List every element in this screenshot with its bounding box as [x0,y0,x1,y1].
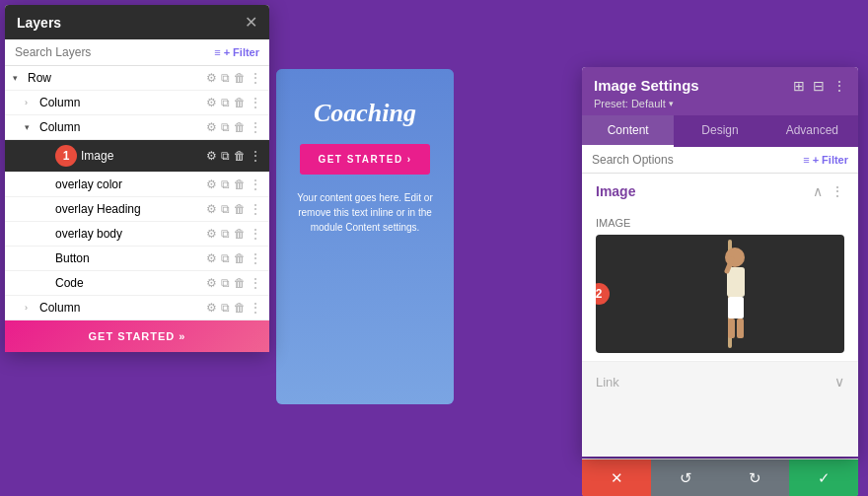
copy-icon[interactable]: ⧉ [221,96,230,109]
filter-icon: ≡ [803,154,809,166]
settings-search-bar: ≡ + Filter [582,147,858,174]
image-section-header[interactable]: Image ∧ ⋮ [582,174,858,209]
gear-icon[interactable]: ⚙ [206,71,217,85]
settings-section-link[interactable]: Link ∨ [582,362,858,401]
gear-icon[interactable]: ⚙ [206,96,217,109]
trash-icon[interactable]: 🗑 [234,202,246,216]
layers-panel: Layers ✕ ≡ + Filter ▾ Row ⚙ ⧉ 🗑 ⋮ › Colu… [5,5,269,352]
tab-design[interactable]: Design [674,115,765,147]
copy-icon[interactable]: ⧉ [221,71,230,85]
layers-search-bar: ≡ + Filter [5,39,269,66]
image-section-title: Image [596,183,635,199]
preset-arrow-icon: ▾ [669,99,674,108]
gear-icon[interactable]: ⚙ [206,202,217,216]
dots-icon[interactable]: ⋮ [250,177,261,191]
preview-title: Coaching [314,99,416,128]
layer-badge-1: 1 [55,145,77,167]
svg-rect-6 [737,319,744,338]
copy-icon[interactable]: ⧉ [221,177,230,191]
redo-button[interactable]: ↻ [720,460,789,497]
dots-icon[interactable]: ⋮ [831,183,844,199]
preview-content: Coaching GET STARTED › Your content goes… [291,89,439,235]
preset-row[interactable]: Preset: Default ▾ [594,98,846,109]
layer-row-actions: ⚙ ⧉ 🗑 ⋮ [206,71,261,85]
copy-icon[interactable]: ⧉ [221,120,230,134]
dots-icon[interactable]: ⋮ [250,276,261,290]
get-started-bar[interactable]: GET STARTED » [5,320,269,352]
settings-filter-button[interactable]: ≡ + Filter [803,154,848,166]
dots-icon[interactable]: ⋮ [250,149,261,163]
dots-icon[interactable]: ⋮ [250,96,261,109]
tab-content[interactable]: Content [582,115,674,147]
layer-overlay-body-actions: ⚙ ⧉ 🗑 ⋮ [206,227,261,241]
layer-item-code[interactable]: Code ⚙ ⧉ 🗑 ⋮ [5,271,269,296]
copy-icon[interactable]: ⧉ [221,251,230,265]
trash-icon[interactable]: 🗑 [234,227,246,241]
restore-icon[interactable]: ⊞ [793,78,805,94]
filter-icon: ≡ [214,46,220,58]
trash-icon[interactable]: 🗑 [234,71,246,85]
preview-get-started-button[interactable]: GET STARTED › [300,144,429,175]
image-field: Image 2 [582,209,858,361]
trash-icon[interactable]: 🗑 [234,96,246,109]
trash-icon[interactable]: 🗑 [234,301,246,315]
dots-icon[interactable]: ⋮ [250,71,261,85]
copy-icon[interactable]: ⧉ [221,202,230,216]
layer-item-overlay-heading[interactable]: overlay Heading ⚙ ⧉ 🗑 ⋮ [5,197,269,222]
layer-item-column2[interactable]: ▾ Column ⚙ ⧉ 🗑 ⋮ [5,115,269,140]
dots-icon[interactable]: ⋮ [250,202,261,216]
dots-icon[interactable]: ⋮ [250,251,261,265]
layer-column3-actions: ⚙ ⧉ 🗑 ⋮ [206,301,261,315]
layers-search-input[interactable] [15,45,208,59]
settings-search-input[interactable] [592,153,797,167]
settings-header: Image Settings ⊞ ⊟ ⋮ Preset: Default ▾ [582,67,858,115]
layer-item-row[interactable]: ▾ Row ⚙ ⧉ 🗑 ⋮ [5,66,269,91]
copy-icon[interactable]: ⧉ [221,149,230,163]
tab-advanced[interactable]: Advanced [766,115,858,147]
layers-title: Layers [17,15,61,31]
layer-code-actions: ⚙ ⧉ 🗑 ⋮ [206,276,261,290]
undo-button[interactable]: ↺ [651,460,720,497]
trash-icon[interactable]: 🗑 [234,276,246,290]
gear-icon[interactable]: ⚙ [206,227,217,241]
trash-icon[interactable]: 🗑 [234,149,246,163]
settings-panel: Image Settings ⊞ ⊟ ⋮ Preset: Default ▾ C… [582,67,858,457]
layers-list: ▾ Row ⚙ ⧉ 🗑 ⋮ › Column ⚙ ⧉ 🗑 ⋮ ▾ Column [5,66,269,320]
layer-button-actions: ⚙ ⧉ 🗑 ⋮ [206,251,261,265]
cancel-button[interactable]: ✕ [582,460,651,497]
save-button[interactable]: ✓ [789,460,858,497]
dots-icon[interactable]: ⋮ [250,227,261,241]
copy-icon[interactable]: ⧉ [221,227,230,241]
layer-item-column1[interactable]: › Column ⚙ ⧉ 🗑 ⋮ [5,91,269,115]
copy-icon[interactable]: ⧉ [221,276,230,290]
svg-rect-5 [728,319,735,338]
layers-filter-button[interactable]: ≡ + Filter [214,46,259,58]
gear-icon[interactable]: ⚙ [206,177,217,191]
gear-icon[interactable]: ⚙ [206,120,217,134]
layer-overlay-heading-actions: ⚙ ⧉ 🗑 ⋮ [206,202,261,216]
dots-icon[interactable]: ⋮ [832,78,846,94]
layer-item-button[interactable]: Button ⚙ ⧉ 🗑 ⋮ [5,247,269,271]
gear-icon[interactable]: ⚙ [206,149,217,163]
image-preview-box[interactable]: 2 [596,235,844,353]
settings-badge-2: 2 [596,283,610,305]
dots-icon[interactable]: ⋮ [250,301,261,315]
layers-close-icon[interactable]: ✕ [245,13,257,32]
layer-image-actions: ⚙ ⧉ 🗑 ⋮ [206,149,261,163]
layer-item-overlay-color[interactable]: overlay color ⚙ ⧉ 🗑 ⋮ [5,173,269,197]
layer-item-column3[interactable]: › Column ⚙ ⧉ 🗑 ⋮ [5,296,269,320]
gear-icon[interactable]: ⚙ [206,301,217,315]
gear-icon[interactable]: ⚙ [206,251,217,265]
settings-title: Image Settings [594,77,699,94]
window-icon[interactable]: ⊟ [813,78,825,94]
settings-tabs: Content Design Advanced [582,115,858,147]
dots-icon[interactable]: ⋮ [250,120,261,134]
layer-item-image[interactable]: 1 Image ⚙ ⧉ 🗑 ⋮ [5,140,269,173]
layer-item-overlay-body[interactable]: overlay body ⚙ ⧉ 🗑 ⋮ [5,222,269,247]
gear-icon[interactable]: ⚙ [206,276,217,290]
trash-icon[interactable]: 🗑 [234,177,246,191]
trash-icon[interactable]: 🗑 [234,251,246,265]
copy-icon[interactable]: ⧉ [221,301,230,315]
trash-icon[interactable]: 🗑 [234,120,246,134]
collapse-icon[interactable]: ∧ [813,183,823,199]
